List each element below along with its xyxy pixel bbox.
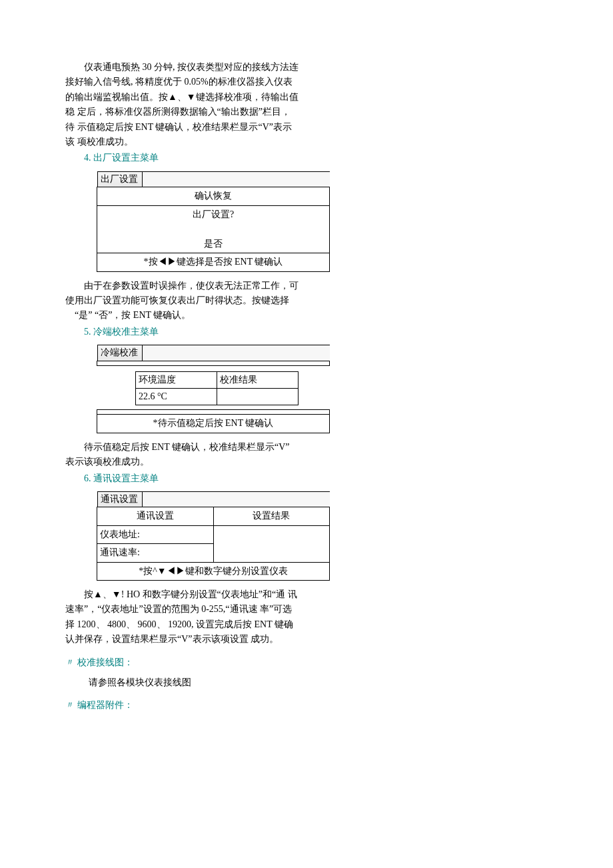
box5-result-value [217,389,299,405]
comm-settings-box: 通讯设置 通讯设置 设置结果 仪表地址: 通讯速率: *按^▼◀▶键和数字键分别… [97,491,330,581]
box6-col-res: 设置结果 [213,507,330,525]
box5-env-value: 22.6 °C [136,389,217,405]
heading-6-number: 6. [84,473,91,483]
box5-title: 冷端校准 [97,345,143,360]
heading-4: 4. 出厂设置主菜单 [65,151,299,165]
heading-4-number: 4. [84,153,91,163]
section5-text: 待示值稳定后按 ENT 键确认，校准结果栏显示“V” 表示该项校准成功。 6. … [65,440,299,486]
heading-6: 6. 通讯设置主菜单 [65,471,299,486]
bullet-icon-2: 〃 [65,700,75,710]
box4-footer: *按◀▶键选择是否按 ENT 键确认 [97,253,330,271]
heading-6-title: 通讯设置主菜单 [93,473,159,483]
heading-5-number: 5. [84,327,91,337]
box6-footer: *按^▼◀▶键和数字键分别设置仪表 [97,562,330,580]
section6-text: 按▲、▼! HO 和数字键分别设置“仪表地址”和“通 讯速率”，“仪表地址”设置… [65,587,299,713]
box4-line3: 是否 [97,235,330,253]
colon-1: ： [124,657,133,667]
box5-env-label: 环境温度 [136,371,217,388]
accessory-heading: 〃编程器附件： [65,698,299,713]
accessory-title: 编程器附件 [77,700,124,710]
wiring-text: 请参照各模块仪表接线图 [65,675,299,690]
p5: 待示值稳定后按 ENT 键确认，校准结果栏显示“V” 表示该项校准成功。 [65,440,299,470]
box4-spacer [97,223,330,235]
box6-title: 通讯设置 [97,492,143,507]
cold-calibration-title-box: 冷端校准 [97,345,330,365]
wiring-heading: 〃校准接线图： [65,655,299,670]
bullet-icon: 〃 [65,657,75,667]
box6-rate: 通讯速率: [97,544,214,562]
wiring-title: 校准接线图 [77,657,124,667]
colon-2: ： [124,700,133,710]
cold-calibration-data-box: 环境温度 校准结果 22.6 °C [135,371,299,406]
factory-settings-box: 出厂设置 确认恢复 出厂设置? 是否 *按◀▶键选择是否按 ENT 键确认 [97,171,330,272]
heading-4-title: 出厂设置主菜单 [93,153,159,163]
section4-text: 由于在参数设置时误操作，使仪表无法正常工作，可使用出厂设置功能可恢复仪表出厂时得… [65,279,299,340]
intro-paragraph: 仪表通电预热 30 分钟, 按仪表类型对应的接线方法连 接好输入信号线, 将精度… [65,60,299,149]
box4-line2: 出厂设置? [97,205,330,223]
p6: 按▲、▼! HO 和数字键分别设置“仪表地址”和“通 讯速率”，“仪表地址”设置… [65,587,299,647]
box5-spacer-bottom [97,410,330,415]
box6-addr: 仪表地址: [97,525,214,543]
document-content: 仪表通电预热 30 分钟, 按仪表类型对应的接线方法连 接好输入信号线, 将精度… [65,60,299,166]
cold-calibration-footer-box: *待示值稳定后按 ENT 键确认 [97,409,330,433]
p4b: “是” “否”，按 ENT 键确认。 [65,308,299,323]
box4-title: 出厂设置 [97,172,143,187]
box5-result-label: 校准结果 [217,371,299,388]
heading-5-title: 冷端校准主菜单 [93,327,159,337]
box6-col-set: 通讯设置 [97,507,214,525]
p4a: 由于在参数设置时误操作，使仪表无法正常工作，可使用出厂设置功能可恢复仪表出厂时得… [65,279,299,309]
box6-result-cell [213,525,330,562]
heading-5: 5. 冷端校准主菜单 [65,325,299,339]
box4-line1: 确认恢复 [97,187,330,205]
box5-footer: *待示值稳定后按 ENT 键确认 [97,415,330,433]
box5-spacer-top [97,361,330,365]
